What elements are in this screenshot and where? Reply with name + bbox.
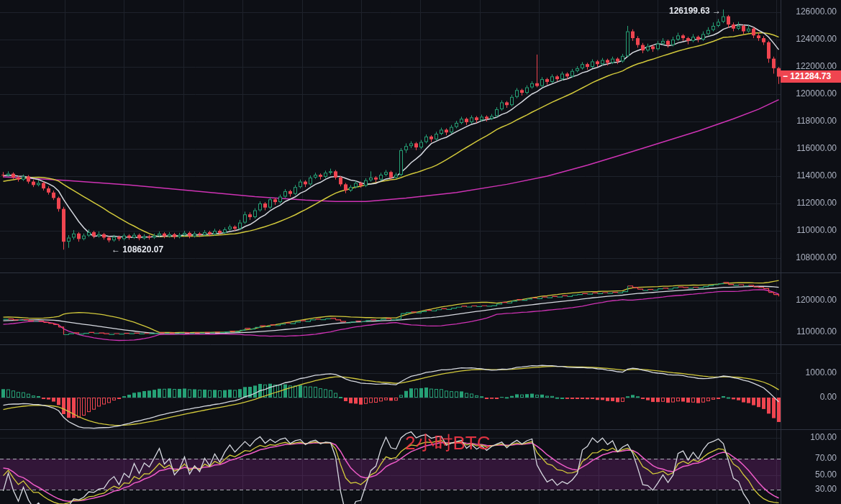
- price-tick-label: 110000.00: [796, 326, 837, 336]
- price-tick-label: 124000.00: [796, 34, 837, 44]
- last-price-badge[interactable]: − 121284.73: [781, 70, 841, 83]
- price-tick-label: 100.00: [810, 432, 837, 442]
- price-tick-label: 116000.00: [796, 143, 837, 153]
- price-tick-label: 114000.00: [796, 170, 837, 180]
- price-tick-label: 126000.00: [796, 6, 837, 17]
- price-tick-label: 112000.00: [796, 198, 837, 208]
- price-tick-label: 120000.00: [796, 295, 837, 305]
- price-tick-label: 122000.00: [796, 61, 837, 71]
- price-tick-label: 30.00: [815, 484, 837, 494]
- price-line-marker: −: [783, 71, 788, 81]
- price-tick-label: 118000.00: [796, 116, 837, 126]
- price-tick-label: 108000.00: [796, 252, 837, 262]
- price-tick-label: 120000.00: [796, 88, 837, 98]
- trading-chart: 126000.00124000.00122000.00120000.001180…: [0, 0, 841, 504]
- low-price-label: ← 108620.07: [112, 244, 163, 255]
- price-tick-label: 50.00: [815, 469, 837, 480]
- price-tick-label: 110000.00: [796, 225, 837, 235]
- price-tick-label: 0.00: [820, 392, 837, 402]
- high-price-label: 126199.63 →: [669, 6, 721, 16]
- price-tick-label: 1000.00: [806, 367, 837, 377]
- price-tick-label: 70.00: [815, 453, 837, 463]
- watermark-label: 2小时BTC: [405, 431, 490, 456]
- last-price-value: 121284.73: [790, 71, 831, 81]
